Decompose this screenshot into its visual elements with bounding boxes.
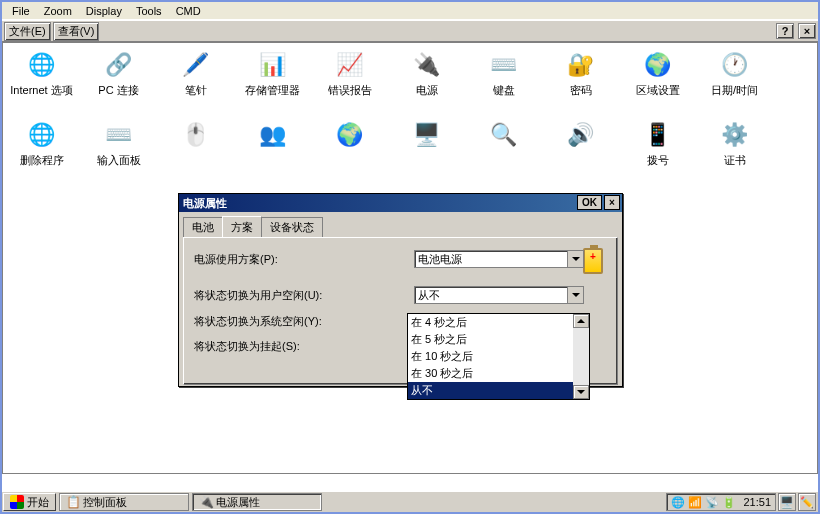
cp-icon-network[interactable]: 🌍: [311, 117, 388, 187]
cp-icon-owner[interactable]: 👥: [234, 117, 311, 187]
cp-icon-label: 删除程序: [20, 154, 64, 166]
dropdown-option[interactable]: 在 30 秒之后: [408, 365, 589, 382]
taskbar: 开始 📋控制面板🔌电源属性 🌐 📶 📡 🔋 21:51 🖥️ ✏️: [2, 490, 818, 512]
input-panel-icon: ⌨️: [103, 119, 135, 151]
pc-connection-icon: 🔗: [103, 49, 135, 81]
cp-icon-input-panel[interactable]: ⌨️输入面板: [80, 117, 157, 187]
tab-scheme[interactable]: 方案: [222, 216, 262, 237]
cp-icon-label: 区域设置: [636, 84, 680, 96]
tray-network-icon[interactable]: 📶: [688, 496, 702, 509]
toolbar-help[interactable]: ?: [776, 23, 794, 39]
dialog-tabs: 电池 方案 设备状态: [179, 212, 622, 237]
cp-icon-label: 证书: [724, 154, 746, 166]
cp-icon-dialup[interactable]: 📱拨号: [619, 117, 696, 187]
storage-manager-icon: 📊: [257, 49, 289, 81]
dialog-titlebar[interactable]: 电源属性 OK ×: [179, 194, 622, 212]
dropdown-option[interactable]: 从不: [408, 382, 589, 399]
desktop-button[interactable]: 🖥️: [778, 493, 796, 511]
toolbar-close[interactable]: ×: [798, 23, 816, 39]
network-icon: 🌍: [334, 119, 366, 151]
cp-icon-regional-settings[interactable]: 🌍区域设置: [619, 47, 696, 117]
cp-icon-error-reporting[interactable]: 📈错误报告: [311, 47, 388, 117]
date-time-icon: 🕐: [719, 49, 751, 81]
menu-display[interactable]: Display: [80, 4, 128, 18]
task-icon: 📋: [66, 495, 80, 509]
system-tray[interactable]: 🌐 📶 📡 🔋 21:51: [666, 493, 776, 511]
cp-icon-pc-connection[interactable]: 🔗PC 连接: [80, 47, 157, 117]
cp-icon-label: 键盘: [493, 84, 515, 96]
internet-options-icon: 🌐: [26, 49, 58, 81]
mouse-icon: 🖱️: [180, 119, 212, 151]
chevron-down-icon[interactable]: [567, 251, 583, 267]
tab-device-state[interactable]: 设备状态: [261, 217, 323, 238]
combo-power-scheme[interactable]: 电池电源: [414, 250, 584, 268]
task-label: 控制面板: [83, 495, 127, 510]
label-suspend: 将状态切换为挂起(S):: [194, 339, 414, 354]
toolbar-view[interactable]: 查看(V): [53, 22, 100, 41]
display-icon: 🖥️: [411, 119, 443, 151]
windows-flag-icon: [10, 495, 24, 509]
emulator-menubar: File Zoom Display Tools CMD: [2, 2, 818, 20]
cp-icon-storage-manager[interactable]: 📊存储管理器: [234, 47, 311, 117]
cp-icon-power[interactable]: 🔌电源: [388, 47, 465, 117]
combo-user-idle-value: 从不: [418, 288, 440, 303]
cp-icon-audio[interactable]: 🔊: [542, 117, 619, 187]
cp-icon-label: 输入面板: [97, 154, 141, 166]
task-icon: 🔌: [199, 495, 213, 509]
remove-programs-icon: 🌐: [26, 119, 58, 151]
label-user-idle: 将状态切换为用户空闲(U):: [194, 288, 414, 303]
error-reporting-icon: 📈: [334, 49, 366, 81]
dropdown-option[interactable]: 在 4 秒之后: [408, 314, 589, 331]
cp-icon-label: 电源: [416, 84, 438, 96]
cp-icon-certificates[interactable]: ⚙️证书: [696, 117, 773, 187]
control-panel-icon-grid: 🌐Internet 选项🔗PC 连接🖊️笔针📊存储管理器📈错误报告🔌电源⌨️键盘…: [3, 43, 817, 187]
scroll-down-button[interactable]: [573, 385, 589, 399]
audio-icon: 🔊: [565, 119, 597, 151]
cp-icon-keyboard[interactable]: ⌨️键盘: [465, 47, 542, 117]
cp-icon-label: 密码: [570, 84, 592, 96]
cp-icon-stylus[interactable]: 🖊️笔针: [157, 47, 234, 117]
system-icon: 🔍: [488, 119, 520, 151]
cp-icon-label: 拨号: [647, 154, 669, 166]
tray-clock[interactable]: 21:51: [743, 496, 771, 508]
cp-icon-internet-options[interactable]: 🌐Internet 选项: [3, 47, 80, 117]
dropdown-option[interactable]: 在 10 秒之后: [408, 348, 589, 365]
tray-signal-icon[interactable]: 📡: [705, 496, 719, 509]
scrollbar-track[interactable]: [573, 328, 589, 385]
cp-icon-display[interactable]: 🖥️: [388, 117, 465, 187]
menu-zoom[interactable]: Zoom: [38, 4, 78, 18]
combo-power-scheme-value: 电池电源: [418, 252, 462, 267]
cp-icon-system[interactable]: 🔍: [465, 117, 542, 187]
stylus-icon: 🖊️: [180, 49, 212, 81]
sip-button[interactable]: ✏️: [798, 493, 816, 511]
menu-file[interactable]: File: [6, 4, 36, 18]
tab-battery[interactable]: 电池: [183, 217, 223, 238]
combo-user-idle[interactable]: 从不: [414, 286, 584, 304]
cp-icon-date-time[interactable]: 🕐日期/时间: [696, 47, 773, 117]
dialog-ok-button[interactable]: OK: [577, 195, 602, 210]
cp-icon-password[interactable]: 🔐密码: [542, 47, 619, 117]
dropdown-listbox[interactable]: 在 4 秒之后在 5 秒之后在 10 秒之后在 30 秒之后从不: [407, 313, 590, 400]
cp-icon-label: 笔针: [185, 84, 207, 96]
cp-icon-mouse[interactable]: 🖱️: [157, 117, 234, 187]
tray-globe-icon[interactable]: 🌐: [671, 496, 685, 509]
label-power-scheme: 电源使用方案(P):: [194, 252, 414, 267]
start-button[interactable]: 开始: [3, 493, 56, 511]
cp-icon-remove-programs[interactable]: 🌐删除程序: [3, 117, 80, 187]
menu-cmd[interactable]: CMD: [170, 4, 207, 18]
scroll-up-button[interactable]: [573, 314, 589, 328]
cp-icon-label: 错误报告: [328, 84, 372, 96]
explorer-toolbar: 文件(E) 查看(V) ? ×: [2, 20, 818, 42]
menu-tools[interactable]: Tools: [130, 4, 168, 18]
tray-battery-icon[interactable]: 🔋: [722, 496, 736, 509]
dropdown-option[interactable]: 在 5 秒之后: [408, 331, 589, 348]
dialog-close-button[interactable]: ×: [604, 195, 620, 210]
chevron-down-icon[interactable]: [567, 287, 583, 303]
toolbar-file[interactable]: 文件(E): [4, 22, 51, 41]
control-panel-workspace: 🌐Internet 选项🔗PC 连接🖊️笔针📊存储管理器📈错误报告🔌电源⌨️键盘…: [2, 42, 818, 474]
cp-icon-label: PC 连接: [98, 84, 138, 96]
dialog-title-text: 电源属性: [183, 196, 227, 211]
taskbar-task[interactable]: 📋控制面板: [59, 493, 189, 511]
taskbar-task[interactable]: 🔌电源属性: [192, 493, 322, 511]
owner-icon: 👥: [257, 119, 289, 151]
